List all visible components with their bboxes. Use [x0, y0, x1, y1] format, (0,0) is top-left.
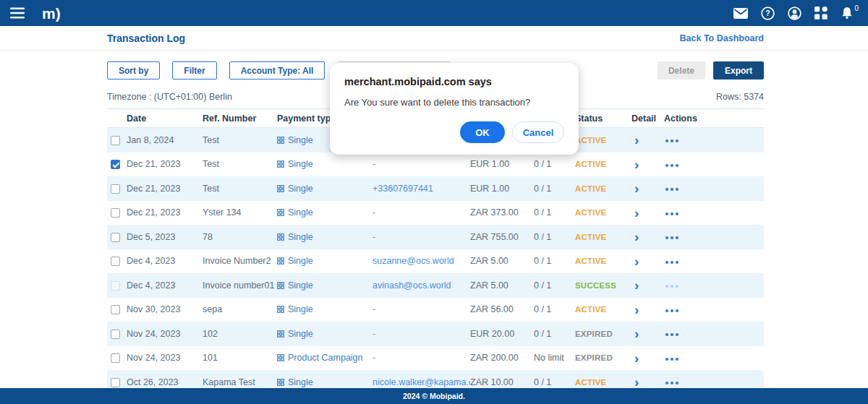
detail-chevron-icon[interactable]: › — [631, 351, 642, 365]
back-to-dashboard-link[interactable]: Back To Dashboard — [680, 33, 764, 43]
cell-ref-number: Test — [203, 184, 277, 194]
header-ref-number: Ref. Number — [203, 113, 277, 124]
detail-chevron-icon[interactable]: › — [631, 278, 642, 292]
row-checkbox[interactable] — [111, 208, 120, 218]
cell-ref-number: Yster 134 — [203, 207, 277, 218]
delete-button[interactable]: Delete — [658, 61, 705, 79]
actions-menu-icon[interactable] — [664, 330, 680, 339]
cell-amount: ZAR 10.00 — [470, 377, 534, 387]
user-icon[interactable] — [788, 7, 801, 20]
cell-amount: ZAR 200.00 — [470, 353, 534, 363]
actions-menu-icon[interactable] — [664, 137, 680, 145]
detail-chevron-icon[interactable]: › — [631, 327, 642, 340]
detail-chevron-icon[interactable]: › — [631, 254, 642, 268]
row-checkbox[interactable] — [111, 378, 120, 387]
row-checkbox[interactable] — [111, 136, 120, 145]
row-checkbox[interactable] — [111, 330, 120, 339]
cell-contact[interactable]: nicole.walker@kapama.com — [373, 377, 470, 387]
actions-menu-icon[interactable] — [664, 233, 680, 242]
page-header: Transaction Log Back To Dashboard — [0, 26, 868, 51]
payment-type-label: Single — [288, 256, 313, 266]
cell-payment-type: Single — [277, 280, 373, 291]
dialog-title: merchant.mobipaid.com says — [344, 76, 564, 87]
cell-ref-number: 102 — [203, 329, 277, 339]
sort-by-button[interactable]: Sort by — [107, 61, 160, 79]
payment-type-label: Single — [288, 377, 313, 387]
cell-contact[interactable]: - — [373, 232, 470, 242]
cell-payments-count: 0 / 1 — [534, 329, 575, 339]
payment-type-grid-icon — [277, 330, 284, 338]
detail-chevron-icon[interactable]: › — [631, 230, 642, 244]
actions-menu-icon[interactable] — [664, 379, 680, 387]
cell-payment-type: Single — [277, 304, 373, 314]
cell-date: Nov 24, 2023 — [127, 353, 203, 363]
payment-type-grid-icon — [277, 282, 284, 289]
actions-menu-icon[interactable] — [664, 355, 680, 364]
row-checkbox[interactable] — [111, 257, 120, 266]
cell-contact[interactable]: - — [373, 353, 470, 363]
detail-chevron-icon[interactable]: › — [631, 158, 642, 171]
menu-icon[interactable] — [10, 7, 25, 19]
payment-type-label: Single — [288, 135, 313, 145]
actions-menu-icon[interactable] — [664, 210, 680, 218]
cell-contact[interactable]: suzanne@ocs.world — [373, 256, 470, 266]
actions-menu-icon[interactable] — [664, 306, 680, 315]
apps-grid-icon[interactable] — [814, 7, 827, 20]
dialog-ok-button[interactable]: OK — [460, 121, 505, 143]
filter-button[interactable]: Filter — [172, 61, 216, 79]
detail-chevron-icon[interactable]: › — [631, 181, 642, 195]
cell-payment-type: Single — [277, 159, 373, 169]
cell-date: Nov 24, 2023 — [127, 329, 203, 339]
cell-contact[interactable]: - — [373, 159, 470, 169]
cell-contact[interactable]: avinash@ocs.world — [373, 280, 470, 291]
help-icon[interactable]: ? — [761, 7, 775, 20]
cell-date: Oct 26, 2023 — [127, 377, 203, 387]
dialog-cancel-button[interactable]: Cancel — [512, 121, 564, 143]
status-badge: ACTIVE — [575, 378, 631, 387]
cell-contact[interactable]: +33607697441 — [373, 184, 470, 194]
mail-icon[interactable] — [733, 8, 748, 19]
cell-contact[interactable]: - — [373, 304, 470, 314]
status-badge: EXPIRED — [575, 330, 631, 338]
timezone-label: Timezone : (UTC+01:00) Berlin — [107, 92, 232, 102]
account-type-button[interactable]: Account Type: All — [229, 61, 326, 79]
payment-type-grid-icon — [277, 160, 284, 168]
row-checkbox[interactable] — [111, 233, 120, 242]
table-row: Dec 21, 2023 Yster 134 Single - ZAR 373.… — [107, 201, 764, 225]
cell-ref-number: 78 — [203, 232, 277, 242]
bell-icon[interactable]: 0 — [841, 7, 854, 20]
cell-contact[interactable]: - — [373, 207, 470, 218]
status-badge: ACTIVE — [575, 208, 631, 217]
table-row: Dec 4, 2023 Invoice number01 Single avin… — [107, 273, 764, 298]
row-checkbox[interactable] — [111, 281, 120, 291]
cell-ref-number: Test — [203, 135, 277, 145]
copyright-label: 2024 © Mobipaid. — [403, 392, 465, 400]
actions-menu-icon[interactable] — [664, 282, 680, 291]
svg-text:?: ? — [765, 9, 770, 17]
detail-chevron-icon[interactable]: › — [631, 303, 642, 317]
cell-payment-type: Single — [277, 207, 373, 218]
row-checkbox[interactable] — [111, 353, 120, 363]
status-badge: ACTIVE — [575, 160, 631, 168]
cell-payment-type: Single — [277, 377, 373, 387]
detail-chevron-icon[interactable]: › — [631, 133, 642, 147]
table-row: Dec 5, 2023 78 Single - ZAR 755.00 0 / 1… — [107, 225, 764, 249]
export-button[interactable]: Export — [713, 61, 764, 79]
cell-date: Dec 21, 2023 — [127, 184, 203, 194]
cell-date: Dec 4, 2023 — [127, 256, 203, 266]
row-checkbox[interactable] — [111, 305, 120, 314]
mobipaid-logo[interactable]: m) — [42, 6, 61, 21]
row-checkbox[interactable] — [111, 160, 120, 169]
payment-type-label: Single — [288, 232, 313, 242]
cell-amount: ZAR 755.00 — [470, 232, 534, 242]
detail-chevron-icon[interactable]: › — [631, 206, 642, 220]
actions-menu-icon[interactable] — [664, 185, 680, 194]
cell-contact[interactable]: - — [373, 329, 470, 339]
actions-menu-icon[interactable] — [664, 258, 680, 267]
header-date: Date — [127, 113, 203, 124]
actions-menu-icon[interactable] — [664, 161, 680, 170]
status-badge: EXPIRED — [575, 353, 631, 362]
detail-chevron-icon[interactable]: › — [631, 375, 642, 389]
row-checkbox[interactable] — [111, 184, 120, 194]
rows-count-label: Rows: 5374 — [716, 92, 764, 102]
